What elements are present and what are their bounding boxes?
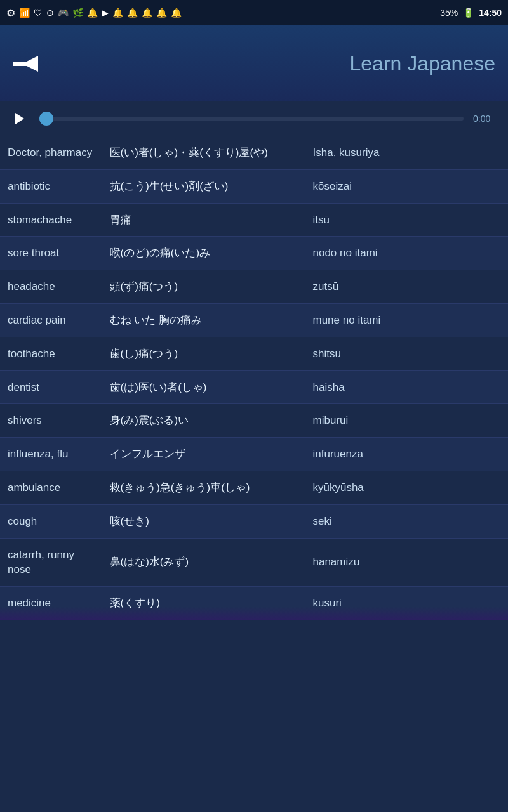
english-cell: sore throat — [0, 237, 102, 270]
english-cell: dentist — [0, 370, 102, 404]
progress-handle[interactable] — [39, 112, 53, 126]
bell-icon-1: 🔔 — [112, 8, 123, 18]
english-cell: shivers — [0, 404, 102, 438]
japanese-cell: 胃痛 — [102, 203, 305, 237]
app-icon-1: 🎮 — [58, 8, 69, 18]
table-row[interactable]: dentist歯(は)医(い)者(しゃ)haisha — [0, 370, 508, 404]
english-cell: influenza, flu — [0, 438, 102, 471]
romaji-cell: nodo no itami — [305, 237, 508, 270]
bell-icon-5: 🔔 — [171, 8, 182, 18]
romaji-cell: Isha, kusuriya — [305, 136, 508, 169]
progress-bar[interactable] — [39, 117, 464, 121]
table-row[interactable]: medicine薬(くすり)kusuri — [0, 587, 508, 620]
romaji-cell: zutsū — [305, 270, 508, 304]
romaji-cell: shitsū — [305, 337, 508, 370]
status-right: 35% 🔋 14:50 — [440, 8, 502, 18]
japanese-cell: 咳(せき) — [102, 504, 305, 538]
japanese-cell: 鼻(はな)水(みず) — [102, 538, 305, 587]
romaji-cell: hanamizu — [305, 538, 508, 587]
japanese-cell: 救(きゅう)急(きゅう)車(しゃ) — [102, 471, 305, 504]
romaji-cell: itsū — [305, 203, 508, 237]
english-cell: headache — [0, 270, 102, 304]
japanese-cell: 薬(くすり) — [102, 587, 305, 620]
table-row[interactable]: cough咳(せき)seki — [0, 504, 508, 538]
table-row[interactable]: ambulance救(きゅう)急(きゅう)車(しゃ)kyūkyūsha — [0, 471, 508, 504]
english-cell: cardiac pain — [0, 303, 102, 337]
romaji-cell: haisha — [305, 370, 508, 404]
english-cell: cough — [0, 504, 102, 538]
time-display: 14:50 — [479, 8, 502, 18]
vocab-table: Doctor, pharmacy医(い)者(しゃ)・薬(くすり)屋(や)Isha… — [0, 136, 508, 620]
table-row[interactable]: catarrh, runny nose鼻(はな)水(みず)hanamizu — [0, 538, 508, 587]
romaji-cell: infuruenza — [305, 438, 508, 471]
english-cell: stomachache — [0, 203, 102, 237]
romaji-cell: kōseizai — [305, 169, 508, 203]
play-button[interactable] — [10, 108, 30, 129]
svg-marker-2 — [15, 113, 24, 124]
header: Learn Japanese — [0, 25, 508, 102]
table-row[interactable]: shivers身(み)震(ぶる)いmiburui — [0, 404, 508, 438]
bell-icon-2: 🔔 — [127, 8, 138, 18]
japanese-cell: 歯(は)医(い)者(しゃ) — [102, 370, 305, 404]
table-row[interactable]: antibiotic抗(こう)生(せい)剤(ざい)kōseizai — [0, 169, 508, 203]
status-bar: ⚙ 📶 🛡 ⊙ 🎮 🌿 🔔 ▶ 🔔 🔔 🔔 🔔 🔔 35% 🔋 14:50 — [0, 0, 508, 25]
japanese-cell: むね いた 胸の痛み — [102, 303, 305, 337]
page-title: Learn Japanese — [349, 52, 495, 75]
time-label: 0:00 — [473, 114, 498, 124]
english-cell: antibiotic — [0, 169, 102, 203]
english-cell: ambulance — [0, 471, 102, 504]
japanese-cell: 頭(ず)痛(つう) — [102, 270, 305, 304]
circle-icon: ⊙ — [46, 8, 54, 18]
japanese-cell: 抗(こう)生(せい)剤(ざい) — [102, 169, 305, 203]
table-row[interactable]: Doctor, pharmacy医(い)者(しゃ)・薬(くすり)屋(や)Isha… — [0, 136, 508, 169]
audio-player: 0:00 — [0, 102, 508, 136]
japanese-cell: インフルエンザ — [102, 438, 305, 471]
english-cell: Doctor, pharmacy — [0, 136, 102, 169]
bell-icon-3: 🔔 — [142, 8, 152, 18]
english-cell: catarrh, runny nose — [0, 538, 102, 587]
battery-icon: 🔋 — [463, 8, 474, 18]
romaji-cell: seki — [305, 504, 508, 538]
back-button[interactable] — [13, 51, 44, 76]
japanese-cell: 医(い)者(しゃ)・薬(くすり)屋(や) — [102, 136, 305, 169]
table-row[interactable]: toothache歯(し)痛(つう)shitsū — [0, 337, 508, 370]
battery-text: 35% — [440, 8, 458, 18]
romaji-cell: kyūkyūsha — [305, 471, 508, 504]
english-cell: medicine — [0, 587, 102, 620]
status-icons: ⚙ 📶 🛡 ⊙ 🎮 🌿 🔔 ▶ 🔔 🔔 🔔 🔔 🔔 — [6, 7, 182, 19]
settings-icon: ⚙ — [6, 7, 15, 19]
svg-rect-1 — [13, 62, 29, 66]
japanese-cell: 歯(し)痛(つう) — [102, 337, 305, 370]
signal-icon: 📶 — [19, 8, 30, 18]
shield-icon: 🛡 — [34, 8, 43, 18]
table-row[interactable]: headache頭(ず)痛(つう)zutsū — [0, 270, 508, 304]
notification-icon: 🔔 — [87, 8, 98, 18]
japanese-cell: 身(み)震(ぶる)い — [102, 404, 305, 438]
japanese-cell: 喉(のど)の痛(いた)み — [102, 237, 305, 270]
table-row[interactable]: cardiac painむね いた 胸の痛みmune no itami — [0, 303, 508, 337]
play-icon: ▶ — [102, 8, 109, 18]
english-cell: toothache — [0, 337, 102, 370]
app-icon-2: 🌿 — [72, 8, 83, 18]
table-row[interactable]: stomachache胃痛itsū — [0, 203, 508, 237]
bell-icon-4: 🔔 — [156, 8, 167, 18]
romaji-cell: miburui — [305, 404, 508, 438]
table-row[interactable]: sore throat喉(のど)の痛(いた)みnodo no itami — [0, 237, 508, 270]
romaji-cell: kusuri — [305, 587, 508, 620]
table-row[interactable]: influenza, fluインフルエンザinfuruenza — [0, 438, 508, 471]
romaji-cell: mune no itami — [305, 303, 508, 337]
